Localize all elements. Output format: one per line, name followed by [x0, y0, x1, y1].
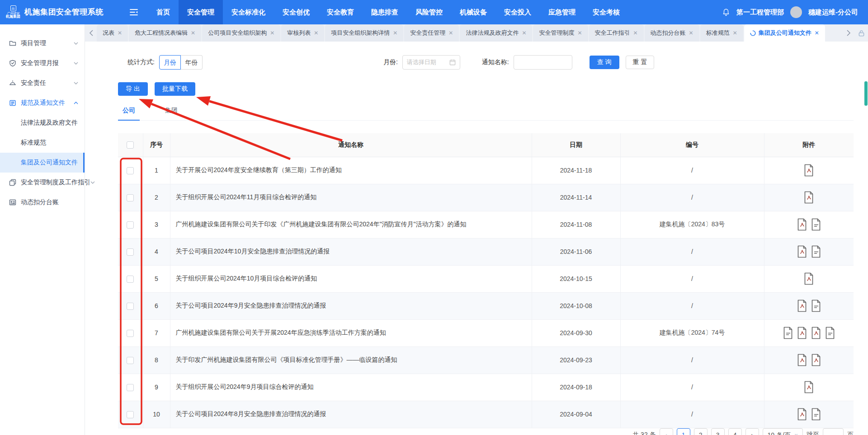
- stat-option-month[interactable]: 月份: [159, 55, 181, 70]
- page-button-3[interactable]: 3: [711, 428, 725, 435]
- doc-file-icon[interactable]: [783, 327, 793, 339]
- pdf-file-icon[interactable]: [811, 327, 821, 339]
- row-checkbox[interactable]: [127, 276, 134, 283]
- pdf-file-icon[interactable]: [803, 164, 814, 177]
- close-icon[interactable]: ✕: [314, 30, 318, 36]
- page-button-4[interactable]: 4: [728, 428, 742, 435]
- close-icon[interactable]: ✕: [522, 30, 526, 36]
- page-tab-5[interactable]: 安全责任管理✕: [404, 24, 459, 42]
- page-tab-1[interactable]: 危大工程情况表编辑✕: [129, 24, 201, 42]
- nav-item-0[interactable]: 首页: [148, 0, 179, 24]
- pdf-file-icon[interactable]: [803, 381, 814, 393]
- avatar[interactable]: [790, 6, 802, 18]
- pdf-file-icon[interactable]: [797, 299, 807, 312]
- row-checkbox[interactable]: [127, 330, 134, 337]
- pdf-file-icon[interactable]: [803, 272, 814, 285]
- sidebar-subitem-3-2[interactable]: 集团及公司通知文件: [0, 153, 85, 173]
- sidebar-subitem-3-0[interactable]: 法律法规及政府文件: [0, 113, 85, 133]
- sidebar-item-4[interactable]: 安全管理制度及工作指引: [0, 173, 85, 192]
- reset-button[interactable]: 重 置: [626, 56, 655, 69]
- sidebar-item-0[interactable]: 项目管理: [0, 33, 85, 53]
- doc-file-icon[interactable]: [811, 299, 821, 312]
- row-checkbox[interactable]: [127, 411, 134, 418]
- pdf-file-icon[interactable]: [811, 354, 821, 366]
- nav-item-4[interactable]: 安全教育: [318, 0, 363, 24]
- page-tab-9[interactable]: 动态扣分台账✕: [645, 24, 699, 42]
- row-checkbox[interactable]: [127, 194, 134, 201]
- nav-item-8[interactable]: 安全投入: [495, 0, 540, 24]
- scrollbar-thumb[interactable]: [864, 81, 868, 106]
- menu-fold-icon[interactable]: [127, 0, 141, 24]
- doc-file-icon[interactable]: [825, 327, 835, 339]
- tabs-scroll-left-icon[interactable]: [85, 24, 97, 42]
- pdf-file-icon[interactable]: [803, 191, 814, 204]
- page-tab-2[interactable]: 公司项目安全组织架构✕: [202, 24, 280, 42]
- stat-option-year[interactable]: 年份: [181, 55, 203, 70]
- nav-item-9[interactable]: 应急管理: [540, 0, 584, 24]
- export-button[interactable]: 导 出: [118, 82, 148, 96]
- bell-icon[interactable]: [722, 8, 730, 16]
- jump-page-input[interactable]: [823, 428, 844, 435]
- page-button-1[interactable]: 1: [677, 428, 690, 435]
- doc-file-icon[interactable]: [811, 408, 821, 421]
- row-checkbox[interactable]: [127, 384, 134, 391]
- select-all-checkbox[interactable]: [127, 141, 134, 149]
- close-icon[interactable]: ✕: [577, 30, 582, 36]
- row-checkbox[interactable]: [127, 357, 134, 364]
- page-tab-10[interactable]: 标准规范✕: [700, 24, 743, 42]
- close-icon[interactable]: ✕: [689, 30, 693, 36]
- row-checkbox[interactable]: [127, 303, 134, 310]
- next-page-button[interactable]: ›: [745, 428, 759, 435]
- close-icon[interactable]: ✕: [448, 30, 453, 36]
- row-checkbox[interactable]: [127, 248, 134, 256]
- notice-name-input[interactable]: [514, 55, 572, 70]
- pdf-file-icon[interactable]: [797, 354, 807, 366]
- sidebar-subitem-3-1[interactable]: 标准规范: [0, 133, 85, 153]
- tabs-lock-icon[interactable]: [854, 24, 868, 42]
- page-tab-3[interactable]: 审核列表✕: [281, 24, 324, 42]
- month-date-picker[interactable]: 请选择日期: [402, 55, 460, 70]
- tab-company[interactable]: 公司: [118, 107, 140, 120]
- user-name[interactable]: 穗建运维-分公司: [808, 8, 858, 17]
- page-tab-7[interactable]: 安全管理制度✕: [533, 24, 588, 42]
- nav-item-2[interactable]: 安全标准化: [223, 0, 274, 24]
- close-icon[interactable]: ✕: [633, 30, 638, 36]
- sidebar-item-2[interactable]: 安全责任: [0, 73, 85, 93]
- nav-item-5[interactable]: 隐患排查: [363, 0, 407, 24]
- close-icon[interactable]: ✕: [191, 30, 195, 36]
- pdf-file-icon[interactable]: [797, 327, 807, 339]
- close-icon[interactable]: ✕: [393, 30, 397, 36]
- close-icon[interactable]: ✕: [118, 30, 122, 36]
- sidebar-item-3[interactable]: 规范及通知文件: [0, 93, 85, 113]
- close-icon[interactable]: ✕: [815, 30, 819, 36]
- doc-file-icon[interactable]: [811, 218, 821, 231]
- notice-name-label: 通知名称:: [482, 58, 509, 66]
- prev-page-button[interactable]: ‹: [660, 428, 673, 435]
- doc-file-icon[interactable]: [811, 245, 821, 258]
- page-tab-8[interactable]: 安全工作指引✕: [589, 24, 644, 42]
- nav-item-6[interactable]: 风险管控: [407, 0, 451, 24]
- close-icon[interactable]: ✕: [733, 30, 737, 36]
- pdf-file-icon[interactable]: [797, 245, 807, 258]
- tab-group[interactable]: 集团: [160, 107, 182, 120]
- row-checkbox[interactable]: [127, 221, 134, 229]
- page-tab-6[interactable]: 法律法规及政府文件✕: [460, 24, 532, 42]
- sidebar-item-1[interactable]: 安全管理月报: [0, 53, 85, 73]
- batch-download-button[interactable]: 批量下载: [155, 82, 195, 96]
- page-tab-4[interactable]: 项目安全组织架构详情✕: [325, 24, 403, 42]
- search-button[interactable]: 查 询: [590, 56, 619, 69]
- pdf-file-icon[interactable]: [797, 408, 807, 421]
- row-checkbox[interactable]: [127, 167, 134, 174]
- close-icon[interactable]: ✕: [270, 30, 274, 36]
- page-tab-11[interactable]: 集团及公司通知文件✕: [744, 24, 825, 42]
- page-size-select[interactable]: 10 条/页 ∨: [763, 428, 803, 435]
- nav-item-1[interactable]: 安全管理: [179, 0, 223, 24]
- nav-item-10[interactable]: 安全考核: [584, 0, 628, 24]
- nav-item-3[interactable]: 安全创优: [274, 0, 318, 24]
- tabs-scroll-right-icon[interactable]: [843, 24, 854, 42]
- page-button-2[interactable]: 2: [694, 428, 708, 435]
- pdf-file-icon[interactable]: [797, 218, 807, 231]
- nav-item-7[interactable]: 机械设备: [451, 0, 495, 24]
- sidebar-item-5[interactable]: 动态扣分台账: [0, 192, 85, 212]
- page-tab-0[interactable]: 况表✕: [97, 24, 128, 42]
